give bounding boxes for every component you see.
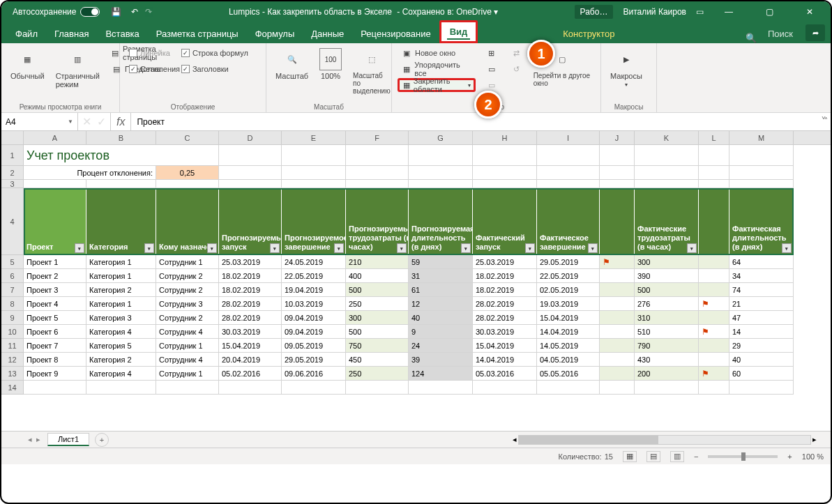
cell[interactable]: ⚑	[699, 367, 729, 381]
cell[interactable]	[409, 180, 473, 188]
expand-formula-icon[interactable]: ˅	[817, 115, 831, 128]
cell[interactable]: 28.02.2019	[219, 311, 282, 325]
cell[interactable]: 124	[409, 367, 473, 381]
row-header-11[interactable]: 11	[1, 339, 24, 353]
cell[interactable]: 450	[346, 353, 409, 367]
cell[interactable]	[346, 166, 409, 180]
account-mode[interactable]: Рабо…	[575, 5, 614, 19]
table-header[interactable]: Прогнозируемое завершение▾	[282, 188, 346, 255]
cell[interactable]	[473, 145, 537, 166]
cell[interactable]: Сотрудник 1	[156, 367, 219, 381]
filter-button[interactable]: ▾	[207, 243, 217, 253]
share-button[interactable]: ➦	[805, 24, 825, 41]
table-header[interactable]	[600, 188, 635, 255]
cell[interactable]: 0,25	[156, 166, 219, 180]
cell[interactable]: 74	[729, 283, 794, 297]
cell[interactable]: 300	[346, 311, 409, 325]
formula-input[interactable]: Проект	[131, 113, 817, 130]
cell[interactable]: 22.05.2019	[537, 269, 600, 283]
chk-formulabar[interactable]: ✓Строка формул	[178, 46, 252, 60]
cell[interactable]: 34	[729, 269, 794, 283]
reset-icon[interactable]: ↺	[508, 62, 526, 76]
cell[interactable]: 09.04.2019	[282, 325, 346, 339]
tab-formulas[interactable]: Формулы	[247, 24, 303, 43]
col-header-J[interactable]: J	[600, 131, 635, 144]
cell[interactable]: Сотрудник 2	[156, 283, 219, 297]
table-header[interactable]: Фактическая длительность (в днях)▾	[729, 188, 794, 255]
cell[interactable]: 510	[635, 325, 699, 339]
tab-file[interactable]: Файл	[7, 24, 46, 43]
zoom-in[interactable]: +	[787, 452, 792, 461]
user-name[interactable]: Виталий Каиров	[623, 7, 686, 17]
filter-button[interactable]: ▾	[144, 243, 154, 253]
maximize-button[interactable]: ▢	[754, 1, 785, 22]
col-header-M[interactable]: M	[729, 131, 794, 144]
cell[interactable]: Сотрудник 2	[156, 311, 219, 325]
fx-icon[interactable]: fx	[111, 113, 131, 130]
col-header-D[interactable]: D	[219, 131, 282, 144]
cell[interactable]	[635, 381, 699, 395]
cell[interactable]: Проект 6	[24, 325, 86, 339]
filter-button[interactable]: ▾	[687, 243, 697, 253]
cell[interactable]: Проект 9	[24, 367, 86, 381]
hscroll-thumb[interactable]	[519, 436, 658, 444]
cell[interactable]: 30.03.2019	[219, 325, 282, 339]
sheet-nav-prev[interactable]: ◂	[28, 435, 32, 444]
cell[interactable]: 24	[409, 339, 473, 353]
cell[interactable]: 210	[346, 255, 409, 269]
cell[interactable]	[729, 381, 794, 395]
col-header-L[interactable]: L	[699, 131, 729, 144]
cell[interactable]: Категория 1	[86, 269, 156, 283]
cell[interactable]: 05.03.2016	[473, 367, 537, 381]
cell[interactable]: 05.05.2016	[537, 367, 600, 381]
cell[interactable]: 60	[729, 367, 794, 381]
row-header-8[interactable]: 8	[1, 297, 24, 311]
cell[interactable]: 64	[729, 255, 794, 269]
cell[interactable]	[600, 311, 635, 325]
cell[interactable]: 14.04.2019	[473, 353, 537, 367]
tab-insert[interactable]: Вставка	[97, 24, 147, 43]
row-header-13[interactable]: 13	[1, 367, 24, 381]
filter-button[interactable]: ▾	[782, 243, 792, 253]
cell[interactable]: 47	[729, 311, 794, 325]
col-header-G[interactable]: G	[409, 131, 473, 144]
row-header-4[interactable]: 4	[1, 188, 24, 255]
view-break-icon[interactable]: ▥	[670, 451, 684, 462]
filter-button[interactable]: ▾	[270, 243, 280, 253]
view-pagebreak[interactable]: ▥Страничный режим	[52, 46, 103, 91]
cell[interactable]: 30.03.2019	[473, 325, 537, 339]
row-header-12[interactable]: 12	[1, 353, 24, 367]
cell[interactable]: Сотрудник 3	[156, 297, 219, 311]
cell[interactable]: 19.03.2019	[537, 297, 600, 311]
cell[interactable]: 500	[346, 325, 409, 339]
zoom-100[interactable]: 100100%	[316, 46, 345, 82]
cell[interactable]: 28.02.2019	[473, 311, 537, 325]
cell[interactable]: Сотрудник 1	[156, 255, 219, 269]
cell[interactable]	[537, 145, 600, 166]
cell[interactable]	[600, 339, 635, 353]
cell[interactable]: 200	[635, 367, 699, 381]
redo-icon[interactable]: ↷	[145, 7, 152, 17]
cell[interactable]	[699, 381, 729, 395]
table-header[interactable]: Фактическое завершение▾	[537, 188, 600, 255]
cell[interactable]	[156, 381, 219, 395]
arrange-all[interactable]: ▦Упорядочить все	[398, 62, 476, 76]
cell[interactable]	[346, 381, 409, 395]
cell[interactable]	[699, 311, 729, 325]
cell[interactable]: 14.05.2019	[537, 339, 600, 353]
zoom-slider[interactable]	[708, 455, 778, 458]
table-header[interactable]: Прогнозируемая длительность (в днях)▾	[409, 188, 473, 255]
filter-button[interactable]: ▾	[334, 243, 344, 253]
cell[interactable]: 15.04.2019	[473, 339, 537, 353]
sync-icon[interactable]: ⇄	[508, 46, 526, 60]
select-all-corner[interactable]	[1, 131, 24, 144]
cell[interactable]: 25.03.2019	[473, 255, 537, 269]
cell[interactable]	[537, 166, 600, 180]
tab-home[interactable]: Главная	[46, 24, 97, 43]
cancel-icon[interactable]: ✕	[82, 115, 91, 128]
cell[interactable]: Проект 3	[24, 283, 86, 297]
cell[interactable]: ⚑	[600, 255, 635, 269]
cell[interactable]: 40	[409, 311, 473, 325]
unhide-icon[interactable]: ▭	[483, 78, 501, 92]
col-header-B[interactable]: B	[86, 131, 156, 144]
